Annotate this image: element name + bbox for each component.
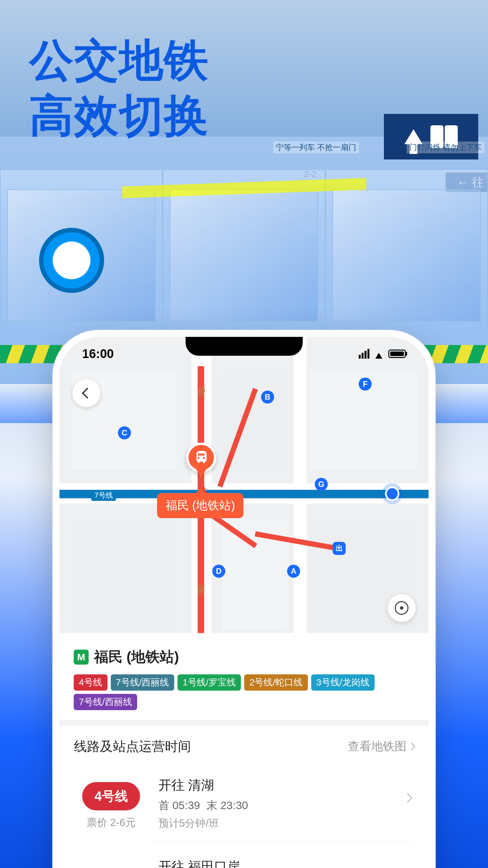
section-title: 线路及站点运营时间: [74, 738, 191, 755]
exit-a[interactable]: A: [287, 565, 300, 578]
route-row[interactable]: 4号线 票价 2-6元 开往 清湖 首 05:39 末 23:30 预计5分钟/…: [74, 768, 415, 850]
info-sheet: M 福民 (地铁站) 4号线 7号线/西丽线 1号线/罗宝线 2号线/蛇口线 3…: [60, 633, 429, 868]
exit-d[interactable]: D: [213, 565, 225, 578]
phone-mockup: 16:00 7号线 B C D A F G 出: [60, 337, 429, 868]
line-tag[interactable]: 4号线: [74, 674, 108, 691]
signal-icon: [359, 349, 369, 359]
line-tag[interactable]: 1号线/罗宝线: [177, 674, 241, 691]
fare-text: 票价 2-6元: [87, 815, 136, 830]
line-tag[interactable]: 3号线/龙岗线: [311, 674, 375, 691]
door-label-1: 宁等一列车 不抢一扇门: [273, 142, 359, 153]
locate-button[interactable]: [388, 594, 416, 622]
station-logo: 蓝色8: [39, 228, 104, 293]
route-frequency: 预计5分钟/班: [158, 816, 415, 831]
map-area[interactable]: 7号线 B C D A F G 出 福田路 金田路 福民 (地铁站): [60, 337, 429, 633]
phone-notch: [186, 337, 302, 356]
line-tag[interactable]: 7号线/西丽线: [110, 674, 174, 691]
line-tags: 4号线 7号线/西丽线 1号线/罗宝线 2号线/蛇口线 3号线/龙岗线 7号线/…: [74, 674, 415, 710]
exit-f[interactable]: F: [359, 377, 372, 391]
route-destination: 开往 清湖: [158, 776, 415, 794]
route-row[interactable]: 开往 福田口岸 首 05:39 末 23:30 预计5分钟/班: [74, 850, 415, 868]
line7-label: 7号线: [91, 490, 116, 501]
door-label-2: 门灯闪烁 请勿上下车: [407, 142, 484, 153]
station-pin[interactable]: [187, 443, 216, 472]
road-name-1: 福田路: [197, 379, 206, 387]
promo-title: 公交地铁 高效切换: [29, 33, 209, 143]
road-name-2: 金田路: [196, 578, 206, 586]
metro-logo-icon: M: [74, 650, 89, 664]
exit-c[interactable]: C: [118, 426, 131, 439]
station-name: 福民 (地铁站): [94, 647, 179, 666]
station-label[interactable]: 福民 (地铁站): [157, 493, 244, 518]
line-tag[interactable]: 2号线/蛇口线: [244, 674, 308, 691]
exit-b[interactable]: B: [261, 391, 274, 404]
promo-line-2: 高效切换: [29, 91, 209, 140]
line-pill: 4号线: [82, 782, 140, 810]
metro-icon: [193, 450, 209, 466]
exit-chu[interactable]: 出: [333, 542, 346, 555]
back-button[interactable]: [72, 379, 100, 407]
battery-icon: [388, 349, 406, 358]
promo-line-1: 公交地铁: [29, 35, 209, 85]
status-time: 16:00: [82, 347, 114, 361]
wifi-icon: [373, 348, 385, 359]
route-times: 首 05:39 末 23:30: [158, 798, 415, 813]
route-destination: 开往 福田口岸: [158, 858, 415, 868]
exit-g[interactable]: G: [315, 478, 328, 491]
view-metro-map-link[interactable]: 查看地铁图: [348, 739, 415, 754]
current-location-dot: [385, 487, 399, 501]
line-tag[interactable]: 7号线/西丽线: [74, 694, 137, 710]
